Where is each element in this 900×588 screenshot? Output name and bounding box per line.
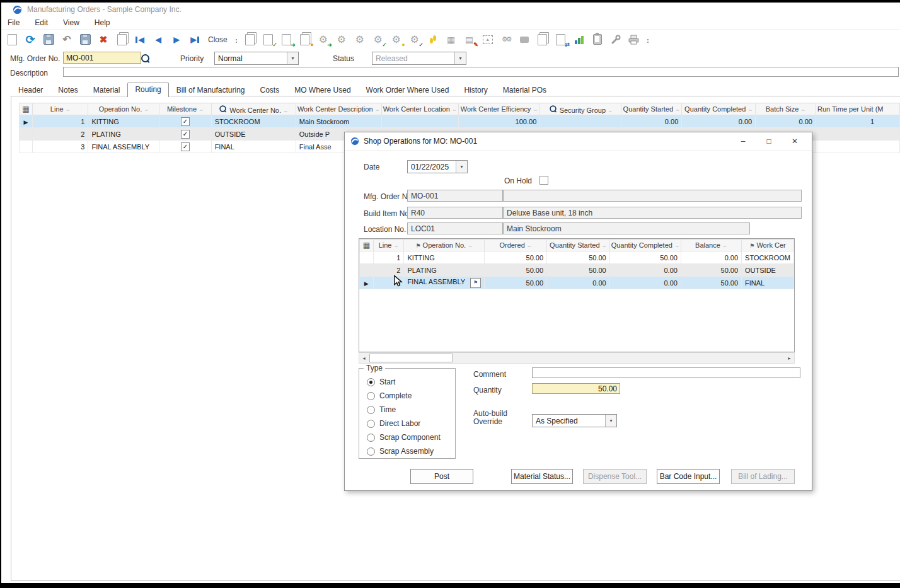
operation-cell-with-lookup[interactable]: ⚑FINAL ASSEMBLY bbox=[404, 277, 485, 289]
chart-icon[interactable] bbox=[572, 32, 587, 47]
maximize-button[interactable]: □ bbox=[758, 137, 780, 146]
tab-mo-where-used[interactable]: MO Where Used bbox=[287, 83, 358, 96]
col-quantity-completed[interactable]: Quantity Completed⇔ bbox=[609, 239, 681, 251]
clipboard-icon[interactable] bbox=[590, 32, 605, 47]
priority-select[interactable]: Normal ▾ bbox=[214, 52, 299, 65]
chevron-down-icon[interactable]: ▾ bbox=[456, 161, 467, 173]
menu-help[interactable]: Help bbox=[95, 18, 110, 27]
process-complete-icon[interactable]: ⚙✓ bbox=[371, 32, 386, 47]
tab-header[interactable]: Header bbox=[11, 83, 50, 96]
tracking-icon[interactable] bbox=[425, 32, 441, 47]
col-quantity-completed[interactable]: Quantity Completed⇔ bbox=[682, 103, 756, 115]
col-run-time-per-unit[interactable]: Run Time per Unit (M bbox=[816, 103, 899, 115]
save-icon[interactable] bbox=[41, 32, 56, 47]
checklist-edit-icon[interactable]: ▤✎ bbox=[462, 32, 477, 47]
col-line[interactable]: Line⇔ bbox=[373, 239, 404, 251]
col-work-center-efficiency[interactable]: Work Center Efficiency⇔ bbox=[458, 103, 539, 115]
last-record-icon[interactable]: ▶ bbox=[187, 32, 202, 47]
undo-icon[interactable]: ↶ bbox=[59, 32, 74, 47]
row-selector[interactable] bbox=[360, 251, 374, 264]
row-selector-header[interactable]: ▦ bbox=[360, 239, 374, 251]
save-close-icon[interactable] bbox=[78, 32, 93, 47]
chevron-down-icon[interactable]: ▾ bbox=[605, 415, 616, 427]
new-icon[interactable] bbox=[4, 32, 20, 47]
col-batch-size[interactable]: Batch Size⇔ bbox=[756, 103, 816, 115]
refresh-icon[interactable]: ⟳ bbox=[23, 32, 38, 47]
document-transfer-icon[interactable]: ● bbox=[297, 32, 313, 47]
col-operation-no[interactable]: ⚑Operation No.⇔ bbox=[404, 239, 485, 251]
process-hold-icon[interactable]: ⚙● bbox=[389, 32, 404, 47]
dialog-title-bar[interactable]: Shop Operations for MO: MO-001 – □ ✕ bbox=[345, 132, 812, 151]
row-selector[interactable] bbox=[20, 128, 33, 141]
tools-icon[interactable] bbox=[608, 32, 623, 47]
radio-start[interactable]: Start bbox=[367, 378, 395, 386]
milestone-checkbox[interactable]: ✓ bbox=[159, 115, 211, 128]
comment-icon[interactable] bbox=[517, 32, 532, 47]
process-alt-icon[interactable]: ⚙ bbox=[352, 32, 367, 47]
linked-process-icon[interactable]: ⚙⚙ bbox=[499, 32, 514, 47]
table-row[interactable]: 2 PLATING 50.00 50.00 0.00 50.00 OUTSIDE bbox=[360, 264, 794, 277]
table-row[interactable]: 1 KITTING 50.00 50.00 50.00 0.00 STOCKRO… bbox=[360, 251, 794, 264]
tab-bill-of-manufacturing[interactable]: Bill of Manufacturing bbox=[169, 83, 253, 96]
scrollbar-thumb[interactable] bbox=[369, 354, 453, 362]
col-quantity-started[interactable]: Quantity Started⇔ bbox=[621, 103, 682, 115]
tab-work-order-where-used[interactable]: Work Order Where Used bbox=[359, 83, 457, 96]
bar-code-input-button[interactable]: Bar Code Input... bbox=[657, 469, 720, 484]
copy-icon[interactable] bbox=[114, 32, 129, 47]
process-verify-icon[interactable]: ⚙✓ bbox=[407, 32, 422, 47]
process-run-icon[interactable]: ⚙➜ bbox=[316, 32, 331, 47]
row-selector[interactable]: ▶ bbox=[20, 115, 33, 128]
milestone-checkbox[interactable]: ✓ bbox=[159, 128, 211, 141]
comment-input[interactable] bbox=[532, 367, 800, 378]
row-selector[interactable] bbox=[20, 141, 33, 153]
col-ordered[interactable]: Ordered⇔ bbox=[485, 239, 547, 251]
scroll-right-button[interactable]: ► bbox=[785, 354, 794, 362]
menu-file[interactable]: File bbox=[8, 18, 20, 27]
tab-material[interactable]: Material bbox=[86, 83, 128, 96]
row-selector[interactable] bbox=[360, 264, 374, 277]
row-selector-header[interactable]: ▦ bbox=[20, 103, 33, 115]
chevron-down-icon[interactable]: ▾ bbox=[287, 52, 298, 64]
menu-view[interactable]: View bbox=[63, 18, 79, 27]
close-window-button[interactable]: ✕ bbox=[784, 137, 805, 146]
tab-history[interactable]: History bbox=[456, 83, 495, 96]
post-button[interactable]: Post bbox=[410, 469, 473, 484]
table-row[interactable]: ▶ 3 ⚑FINAL ASSEMBLY 50.00 0.00 0.00 50.0… bbox=[360, 277, 794, 289]
col-quantity-started[interactable]: Quantity Started⇔ bbox=[547, 239, 610, 251]
description-input[interactable] bbox=[63, 67, 899, 77]
col-work-center-no[interactable]: Work Center No.⇔ bbox=[211, 103, 296, 115]
menu-edit[interactable]: Edit bbox=[35, 18, 48, 27]
col-work-center-location[interactable]: Work Center Location⇔ bbox=[381, 103, 458, 115]
on-hold-checkbox[interactable] bbox=[539, 176, 548, 185]
cell-lookup-button[interactable]: ⚑ bbox=[470, 278, 481, 288]
minimize-button[interactable]: – bbox=[732, 137, 754, 146]
window-export-icon[interactable]: ▲ bbox=[480, 32, 495, 47]
report-grid-icon[interactable]: ▦ bbox=[444, 32, 459, 47]
copy-document-icon[interactable] bbox=[243, 32, 258, 47]
date-select[interactable]: 01/22/2025 ▾ bbox=[407, 160, 468, 173]
col-work-center[interactable]: ⚑Work Cer bbox=[742, 239, 794, 251]
radio-time[interactable]: Time bbox=[367, 405, 396, 414]
scroll-left-button[interactable]: ◄ bbox=[359, 354, 369, 362]
radio-direct-labor[interactable]: Direct Labor bbox=[367, 419, 420, 428]
document-sync-icon[interactable]: ⇄ bbox=[553, 32, 568, 47]
document-check-icon[interactable]: ✓ bbox=[261, 32, 276, 47]
close-button[interactable]: Close bbox=[205, 35, 230, 44]
col-milestone[interactable]: Milestone⇔ bbox=[159, 103, 211, 115]
milestone-checkbox[interactable]: ✓ bbox=[159, 141, 211, 153]
tab-material-pos[interactable]: Material POs bbox=[495, 83, 554, 96]
print-icon[interactable] bbox=[626, 32, 642, 47]
first-record-icon[interactable]: ◀ bbox=[132, 32, 147, 47]
row-selector[interactable]: ▶ bbox=[360, 277, 374, 289]
radio-scrap-assembly[interactable]: Scrap Assembly bbox=[367, 447, 434, 456]
tab-notes[interactable]: Notes bbox=[50, 83, 85, 96]
next-record-icon[interactable]: ▶ bbox=[169, 32, 184, 47]
tab-costs[interactable]: Costs bbox=[253, 83, 287, 96]
process-icon[interactable]: ⚙ bbox=[334, 32, 349, 47]
radio-complete[interactable]: Complete bbox=[367, 391, 412, 400]
mfg-order-input[interactable]: MO-001 bbox=[63, 52, 141, 64]
document-export-icon[interactable]: ➜ bbox=[279, 32, 294, 47]
search-icon[interactable] bbox=[141, 54, 149, 62]
autobuild-override-select[interactable]: As Specified ▾ bbox=[532, 414, 617, 427]
radio-scrap-component[interactable]: Scrap Component bbox=[367, 433, 441, 442]
